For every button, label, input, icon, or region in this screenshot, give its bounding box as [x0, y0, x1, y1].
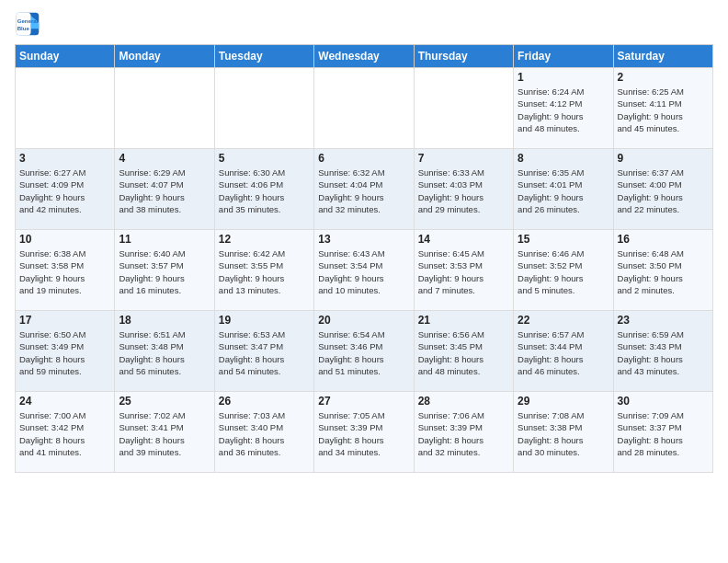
day-number: 2	[618, 71, 709, 84]
calendar-cell: 27Sunrise: 7:05 AM Sunset: 3:39 PM Dayli…	[314, 392, 414, 473]
day-detail: Sunrise: 6:37 AM Sunset: 4:00 PM Dayligh…	[618, 167, 709, 215]
weekday-header: Monday	[115, 45, 214, 68]
day-detail: Sunrise: 6:29 AM Sunset: 4:07 PM Dayligh…	[119, 167, 210, 215]
calendar-header-row: SundayMondayTuesdayWednesdayThursdayFrid…	[16, 45, 713, 68]
day-detail: Sunrise: 6:42 AM Sunset: 3:55 PM Dayligh…	[219, 247, 310, 296]
day-detail: Sunrise: 6:51 AM Sunset: 3:48 PM Dayligh…	[119, 328, 210, 377]
day-detail: Sunrise: 6:57 AM Sunset: 3:44 PM Dayligh…	[518, 328, 609, 377]
calendar-cell: 18Sunrise: 6:51 AM Sunset: 3:48 PM Dayli…	[115, 311, 214, 392]
day-detail: Sunrise: 7:06 AM Sunset: 3:39 PM Dayligh…	[418, 409, 509, 458]
day-number: 11	[119, 233, 210, 246]
weekday-header: Tuesday	[214, 45, 313, 68]
calendar-cell: 25Sunrise: 7:02 AM Sunset: 3:41 PM Dayli…	[115, 392, 214, 473]
calendar-cell: 3Sunrise: 6:27 AM Sunset: 4:09 PM Daylig…	[16, 149, 115, 230]
calendar-cell: 29Sunrise: 7:08 AM Sunset: 3:38 PM Dayli…	[514, 392, 613, 473]
calendar-cell: 10Sunrise: 6:38 AM Sunset: 3:58 PM Dayli…	[16, 230, 115, 311]
calendar-week-row: 10Sunrise: 6:38 AM Sunset: 3:58 PM Dayli…	[16, 230, 713, 311]
day-detail: Sunrise: 6:59 AM Sunset: 3:43 PM Dayligh…	[618, 328, 709, 377]
calendar-cell: 16Sunrise: 6:48 AM Sunset: 3:50 PM Dayli…	[613, 230, 712, 311]
day-number: 27	[318, 395, 409, 408]
day-detail: Sunrise: 7:05 AM Sunset: 3:39 PM Dayligh…	[318, 409, 409, 458]
weekday-header: Wednesday	[314, 45, 414, 68]
day-detail: Sunrise: 6:43 AM Sunset: 3:54 PM Dayligh…	[318, 247, 409, 296]
day-number: 26	[219, 395, 310, 408]
calendar-cell	[414, 68, 513, 149]
day-detail: Sunrise: 6:33 AM Sunset: 4:03 PM Dayligh…	[418, 167, 509, 215]
calendar-cell	[314, 68, 414, 149]
calendar-cell: 1Sunrise: 6:24 AM Sunset: 4:12 PM Daylig…	[514, 68, 613, 149]
calendar-cell: 9Sunrise: 6:37 AM Sunset: 4:00 PM Daylig…	[613, 149, 712, 230]
day-number: 9	[618, 152, 709, 165]
day-number: 19	[219, 314, 310, 327]
calendar-cell: 13Sunrise: 6:43 AM Sunset: 3:54 PM Dayli…	[314, 230, 414, 311]
logo-icon: General Blue	[15, 11, 40, 37]
calendar-cell: 12Sunrise: 6:42 AM Sunset: 3:55 PM Dayli…	[214, 230, 313, 311]
day-number: 6	[318, 152, 409, 165]
weekday-header: Friday	[514, 45, 613, 68]
day-number: 1	[518, 71, 609, 84]
svg-text:Blue: Blue	[17, 25, 30, 31]
calendar-cell: 11Sunrise: 6:40 AM Sunset: 3:57 PM Dayli…	[115, 230, 214, 311]
day-number: 17	[19, 314, 110, 327]
calendar-cell: 30Sunrise: 7:09 AM Sunset: 3:37 PM Dayli…	[613, 392, 712, 473]
logo: General Blue	[15, 11, 44, 37]
calendar-cell	[16, 68, 115, 149]
calendar-week-row: 1Sunrise: 6:24 AM Sunset: 4:12 PM Daylig…	[16, 68, 713, 149]
day-number: 28	[418, 395, 509, 408]
calendar-cell: 28Sunrise: 7:06 AM Sunset: 3:39 PM Dayli…	[414, 392, 513, 473]
weekday-header: Saturday	[613, 45, 712, 68]
day-number: 29	[518, 395, 609, 408]
day-detail: Sunrise: 6:35 AM Sunset: 4:01 PM Dayligh…	[518, 167, 609, 215]
day-number: 30	[618, 395, 709, 408]
calendar-week-row: 3Sunrise: 6:27 AM Sunset: 4:09 PM Daylig…	[16, 149, 713, 230]
day-number: 18	[119, 314, 210, 327]
calendar-cell: 23Sunrise: 6:59 AM Sunset: 3:43 PM Dayli…	[613, 311, 712, 392]
calendar-cell: 2Sunrise: 6:25 AM Sunset: 4:11 PM Daylig…	[613, 68, 712, 149]
day-number: 15	[518, 233, 609, 246]
day-number: 23	[618, 314, 709, 327]
day-number: 20	[318, 314, 409, 327]
day-number: 8	[518, 152, 609, 165]
day-detail: Sunrise: 6:54 AM Sunset: 3:46 PM Dayligh…	[318, 328, 409, 377]
calendar-cell: 8Sunrise: 6:35 AM Sunset: 4:01 PM Daylig…	[514, 149, 613, 230]
day-detail: Sunrise: 6:46 AM Sunset: 3:52 PM Dayligh…	[518, 247, 609, 296]
day-detail: Sunrise: 7:09 AM Sunset: 3:37 PM Dayligh…	[618, 409, 709, 458]
day-number: 25	[119, 395, 210, 408]
calendar-cell: 22Sunrise: 6:57 AM Sunset: 3:44 PM Dayli…	[514, 311, 613, 392]
svg-text:General: General	[17, 17, 39, 24]
calendar-cell: 7Sunrise: 6:33 AM Sunset: 4:03 PM Daylig…	[414, 149, 513, 230]
day-detail: Sunrise: 6:32 AM Sunset: 4:04 PM Dayligh…	[318, 167, 409, 215]
day-number: 16	[618, 233, 709, 246]
day-number: 12	[219, 233, 310, 246]
day-detail: Sunrise: 6:53 AM Sunset: 3:47 PM Dayligh…	[219, 328, 310, 377]
header: General Blue	[15, 11, 713, 37]
day-detail: Sunrise: 6:45 AM Sunset: 3:53 PM Dayligh…	[418, 247, 509, 296]
calendar-cell: 19Sunrise: 6:53 AM Sunset: 3:47 PM Dayli…	[214, 311, 313, 392]
day-number: 10	[19, 233, 110, 246]
day-detail: Sunrise: 7:02 AM Sunset: 3:41 PM Dayligh…	[119, 409, 210, 458]
weekday-header: Thursday	[414, 45, 513, 68]
page: General Blue SundayMondayTuesdayWednesda…	[0, 0, 728, 563]
day-number: 5	[219, 152, 310, 165]
calendar-cell: 26Sunrise: 7:03 AM Sunset: 3:40 PM Dayli…	[214, 392, 313, 473]
calendar-week-row: 24Sunrise: 7:00 AM Sunset: 3:42 PM Dayli…	[16, 392, 713, 473]
day-detail: Sunrise: 6:56 AM Sunset: 3:45 PM Dayligh…	[418, 328, 509, 377]
calendar-cell: 15Sunrise: 6:46 AM Sunset: 3:52 PM Dayli…	[514, 230, 613, 311]
calendar-cell: 5Sunrise: 6:30 AM Sunset: 4:06 PM Daylig…	[214, 149, 313, 230]
day-detail: Sunrise: 6:38 AM Sunset: 3:58 PM Dayligh…	[19, 247, 110, 296]
day-detail: Sunrise: 6:25 AM Sunset: 4:11 PM Dayligh…	[618, 86, 709, 134]
day-number: 14	[418, 233, 509, 246]
calendar-week-row: 17Sunrise: 6:50 AM Sunset: 3:49 PM Dayli…	[16, 311, 713, 392]
calendar-cell: 4Sunrise: 6:29 AM Sunset: 4:07 PM Daylig…	[115, 149, 214, 230]
day-detail: Sunrise: 6:40 AM Sunset: 3:57 PM Dayligh…	[119, 247, 210, 296]
day-number: 3	[19, 152, 110, 165]
day-number: 22	[518, 314, 609, 327]
day-number: 24	[19, 395, 110, 408]
weekday-header: Sunday	[16, 45, 115, 68]
day-detail: Sunrise: 7:08 AM Sunset: 3:38 PM Dayligh…	[518, 409, 609, 458]
day-detail: Sunrise: 6:30 AM Sunset: 4:06 PM Dayligh…	[219, 167, 310, 215]
calendar-cell	[115, 68, 214, 149]
calendar-cell: 14Sunrise: 6:45 AM Sunset: 3:53 PM Dayli…	[414, 230, 513, 311]
day-detail: Sunrise: 6:50 AM Sunset: 3:49 PM Dayligh…	[19, 328, 110, 377]
calendar-cell: 6Sunrise: 6:32 AM Sunset: 4:04 PM Daylig…	[314, 149, 414, 230]
